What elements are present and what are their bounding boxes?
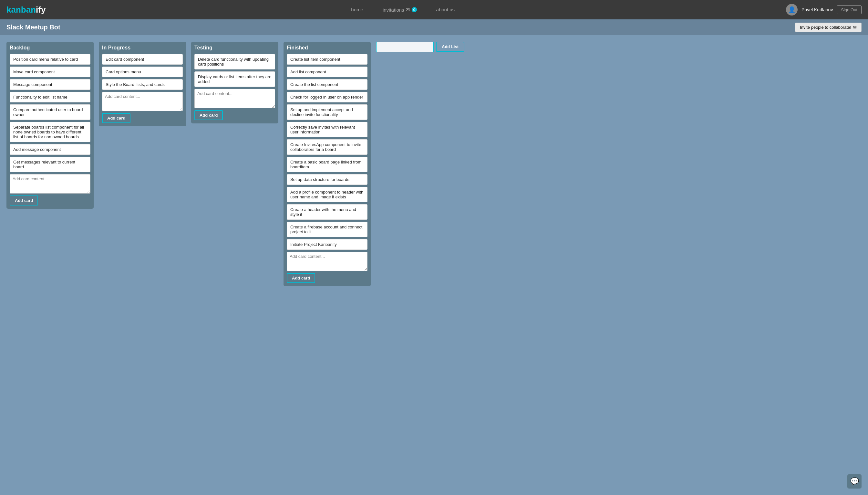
nav-about-us[interactable]: about us bbox=[436, 7, 455, 13]
card[interactable]: Message component bbox=[10, 79, 90, 90]
card[interactable]: Check for logged in user on app render bbox=[287, 92, 368, 102]
nav-invitations[interactable]: invitations ✉0 bbox=[383, 7, 417, 13]
page-title-bar: Slack Meetup Bot Invite people to collab… bbox=[0, 19, 868, 35]
add-card-button-testing[interactable]: Add card bbox=[194, 110, 223, 120]
nav-home[interactable]: home bbox=[351, 7, 363, 13]
add-card-button-finished[interactable]: Add card bbox=[287, 273, 315, 283]
card[interactable]: Create a header with the menu and style … bbox=[287, 204, 368, 220]
invitations-badge: 0 bbox=[412, 7, 417, 12]
avatar: 👤 bbox=[786, 4, 798, 16]
add-list-row: Add List bbox=[376, 42, 464, 52]
card[interactable]: Display cards or list items after they a… bbox=[194, 71, 275, 87]
page-title: Slack Meetup Bot bbox=[6, 23, 60, 31]
chat-icon: 💬 bbox=[850, 477, 859, 485]
card[interactable]: Create InvitesApp component to invite co… bbox=[287, 139, 368, 155]
card[interactable]: Add message component bbox=[10, 144, 90, 155]
card[interactable]: Create the list component bbox=[287, 79, 368, 90]
add-card-textarea-testing[interactable] bbox=[194, 89, 275, 108]
card[interactable]: Set up and implement accept and decline … bbox=[287, 104, 368, 120]
card[interactable]: Create list item component bbox=[287, 54, 368, 65]
card[interactable]: Initiate Project Kanbanify bbox=[287, 239, 368, 250]
list-column-backlog: BacklogPosition card menu relative to ca… bbox=[6, 42, 94, 209]
add-card-textarea-backlog[interactable] bbox=[10, 174, 90, 193]
list-column-in-progress: In ProgressEdit card componentCard optio… bbox=[99, 42, 186, 126]
list-title-in-progress: In Progress bbox=[102, 45, 183, 51]
card[interactable]: Style the Board, lists, and cards bbox=[102, 79, 183, 90]
card[interactable]: Functionality to edit list name bbox=[10, 92, 90, 102]
add-card-button-in-progress[interactable]: Add card bbox=[102, 113, 130, 123]
card[interactable]: Get messages relevant to current board bbox=[10, 157, 90, 172]
card[interactable]: Add list component bbox=[287, 67, 368, 77]
add-list-input[interactable] bbox=[376, 42, 434, 52]
invite-mail-icon: ✉ bbox=[853, 25, 857, 30]
chat-button[interactable]: 💬 bbox=[847, 474, 862, 489]
card[interactable]: Set up data structure for boards bbox=[287, 174, 368, 185]
card[interactable]: Create a basic board page linked from bo… bbox=[287, 157, 368, 172]
card[interactable]: Separate boards list component for all n… bbox=[10, 122, 90, 142]
card[interactable]: Correctly save invites with relevant use… bbox=[287, 122, 368, 137]
card[interactable]: Card options menu bbox=[102, 67, 183, 77]
list-title-testing: Testing bbox=[194, 45, 275, 51]
add-card-textarea-finished[interactable] bbox=[287, 252, 368, 271]
mail-icon: ✉ bbox=[406, 7, 410, 13]
board: BacklogPosition card menu relative to ca… bbox=[0, 35, 868, 293]
add-list-button[interactable]: Add List bbox=[436, 42, 464, 52]
invite-button[interactable]: Invite people to collaborate! ✉ bbox=[795, 23, 862, 32]
list-title-backlog: Backlog bbox=[10, 45, 90, 51]
card[interactable]: Delete card functionality with updating … bbox=[194, 54, 275, 69]
add-list-area: Add List bbox=[376, 42, 464, 52]
card[interactable]: Position card menu relative to card bbox=[10, 54, 90, 65]
card[interactable]: Move card component bbox=[10, 67, 90, 77]
card[interactable]: Compare authenticated user to board owne… bbox=[10, 104, 90, 120]
username: Pavel Kudlanov bbox=[801, 7, 833, 12]
add-card-textarea-in-progress[interactable] bbox=[102, 92, 183, 111]
list-column-finished: FinishedCreate list item componentAdd li… bbox=[284, 42, 371, 286]
card[interactable]: Create a firebase account and connect pr… bbox=[287, 222, 368, 237]
list-column-testing: TestingDelete card functionality with up… bbox=[191, 42, 278, 123]
invite-btn-label: Invite people to collaborate! bbox=[800, 25, 851, 30]
header: kanbanify home invitations ✉0 about us 👤… bbox=[0, 0, 868, 19]
header-right: 👤 Pavel Kudlanov Sign Out bbox=[786, 4, 862, 16]
card[interactable]: Add a profile component to header with u… bbox=[287, 187, 368, 202]
main-nav: home invitations ✉0 about us bbox=[20, 7, 786, 13]
list-title-finished: Finished bbox=[287, 45, 368, 51]
sign-out-button[interactable]: Sign Out bbox=[837, 5, 862, 14]
card[interactable]: Edit card component bbox=[102, 54, 183, 65]
add-card-button-backlog[interactable]: Add card bbox=[10, 195, 38, 205]
